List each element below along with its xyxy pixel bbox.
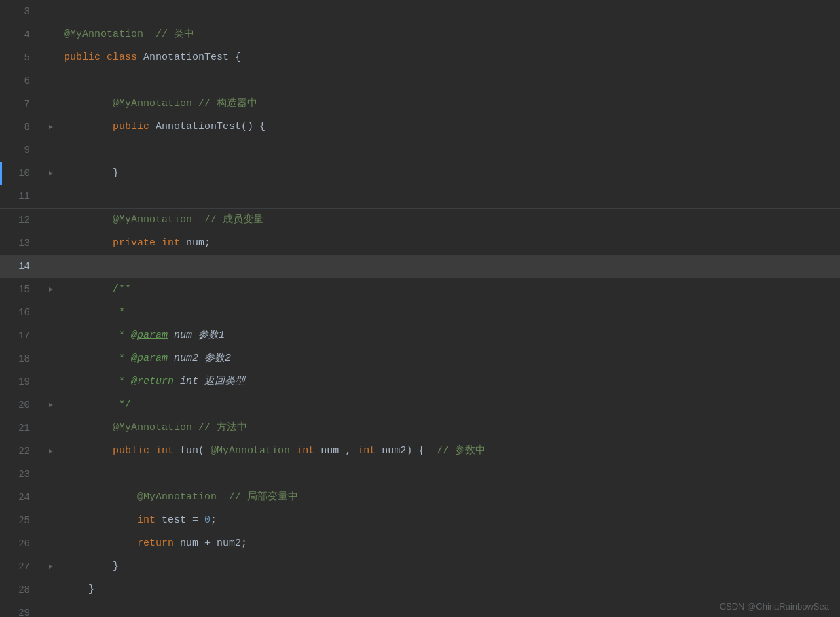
- code-line: 5public class AnnotationTest {: [0, 46, 840, 69]
- code-line: 27 }: [0, 555, 840, 578]
- code-line: 17 * @param num 参数1: [0, 324, 840, 347]
- code-line: 6: [0, 69, 840, 92]
- code-content: */: [61, 393, 840, 417]
- code-line: 3: [0, 0, 840, 23]
- code-line: 12 @MyAnnotation // 成员变量: [0, 208, 840, 232]
- line-number: 18: [0, 353, 41, 364]
- line-number: 13: [0, 238, 41, 249]
- code-line: 22 public int fun( @MyAnnotation int num…: [0, 440, 840, 463]
- code-line: 24 @MyAnnotation // 局部变量中: [0, 486, 840, 509]
- code-line: 4@MyAnnotation // 类中: [0, 23, 840, 46]
- code-line: 15 /**: [0, 278, 840, 301]
- code-content: @MyAnnotation // 局部变量中: [61, 486, 840, 509]
- code-line: 19 * @return int 返回类型: [0, 370, 840, 393]
- code-line: 29: [0, 601, 840, 617]
- code-lines: 34@MyAnnotation // 类中5public class Annot…: [0, 0, 840, 617]
- line-number: 21: [0, 423, 41, 434]
- code-content: * @param num2 参数2: [61, 347, 840, 370]
- code-editor: 34@MyAnnotation // 类中5public class Annot…: [0, 0, 840, 617]
- gutter-icon[interactable]: [41, 447, 61, 455]
- code-content: int test = 0;: [61, 509, 840, 532]
- code-line: 16 *: [0, 301, 840, 324]
- code-line: 21 @MyAnnotation // 方法中: [0, 417, 840, 440]
- line-number: 15: [0, 284, 41, 295]
- line-number: 27: [0, 561, 41, 572]
- code-line: 9: [0, 139, 840, 162]
- code-content: }: [61, 578, 840, 601]
- line-number: 11: [0, 191, 41, 202]
- line-number: 10: [0, 168, 41, 179]
- code-content: @MyAnnotation // 方法中: [61, 417, 840, 440]
- line-number: 19: [0, 376, 41, 387]
- code-line: 25 int test = 0;: [0, 509, 840, 532]
- line-number: 26: [0, 538, 41, 549]
- code-content: public int fun( @MyAnnotation int num , …: [61, 440, 840, 463]
- line-number: 17: [0, 330, 41, 341]
- line-number: 7: [0, 99, 41, 109]
- line-number: 22: [0, 446, 41, 457]
- code-content: @MyAnnotation // 构造器中: [61, 92, 840, 116]
- code-content: * @return int 返回类型: [61, 370, 840, 393]
- gutter-icon[interactable]: [41, 123, 61, 131]
- code-line: 7 @MyAnnotation // 构造器中: [0, 92, 840, 116]
- watermark: CSDN @ChinaRainbowSea: [720, 601, 829, 612]
- gutter-icon[interactable]: [41, 169, 61, 177]
- line-number: 25: [0, 515, 41, 526]
- gutter-icon[interactable]: [41, 401, 61, 409]
- code-content: public AnnotationTest() {: [61, 116, 840, 139]
- line-number: 24: [0, 492, 41, 503]
- line-number: 14: [0, 261, 41, 272]
- code-content: public class AnnotationTest {: [61, 46, 840, 69]
- code-content: private int num;: [61, 232, 840, 255]
- code-line: 18 * @param num2 参数2: [0, 347, 840, 370]
- code-line: 13 private int num;: [0, 232, 840, 255]
- line-number: 23: [0, 469, 41, 480]
- code-content: @MyAnnotation // 类中: [61, 23, 840, 46]
- code-line: 28 }: [0, 578, 840, 601]
- code-line: 10 }: [0, 162, 840, 185]
- code-line: 8 public AnnotationTest() {: [0, 116, 840, 139]
- code-content: @MyAnnotation // 成员变量: [61, 209, 840, 232]
- line-number: 3: [0, 6, 41, 17]
- line-number: 12: [0, 215, 41, 226]
- gutter-icon[interactable]: [41, 563, 61, 571]
- line-number: 20: [0, 400, 41, 410]
- line-number: 6: [0, 75, 41, 86]
- code-line: 26 return num + num2;: [0, 532, 840, 555]
- code-content: *: [61, 301, 840, 324]
- code-line: 20 */: [0, 393, 840, 417]
- gutter-icon[interactable]: [41, 285, 61, 294]
- code-line: 23: [0, 463, 840, 486]
- code-content: * @param num 参数1: [61, 324, 840, 347]
- line-number: 9: [0, 145, 41, 156]
- line-number: 16: [0, 307, 41, 318]
- line-number: 28: [0, 584, 41, 595]
- code-content: }: [61, 162, 840, 185]
- line-number: 8: [0, 122, 41, 133]
- code-line: 14: [0, 255, 840, 278]
- line-number: 29: [0, 607, 41, 617]
- code-content: /**: [61, 278, 840, 301]
- code-content: return num + num2;: [61, 532, 840, 555]
- code-content: }: [61, 555, 840, 578]
- line-number: 5: [0, 52, 41, 63]
- line-number: 4: [0, 29, 41, 40]
- code-line: 11: [0, 185, 840, 208]
